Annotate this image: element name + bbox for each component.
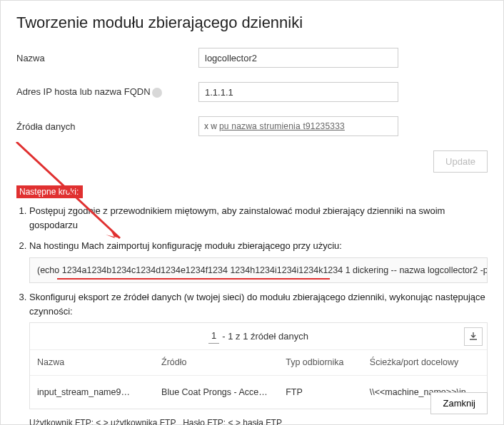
table-row[interactable]: input_stream_name9… Blue Coat Prongs - A… (30, 375, 487, 409)
ftp-pass: Hasło FTP: < > hasła FTP (183, 418, 282, 425)
row-name: Nazwa (16, 48, 488, 68)
close-button[interactable]: Zamknij (430, 392, 488, 414)
col-name: Nazwa (30, 350, 154, 375)
cell-source: Blue Coat Prongs - Access l… (154, 375, 278, 409)
annotation-underline (57, 278, 330, 280)
host-label-text: Adres IP hosta lub nazwa FQDN (16, 86, 151, 97)
table-pager: 1 - 1 z 1 źródeł danych (30, 323, 487, 350)
download-icon (469, 332, 478, 341)
steps-list: Postępuj zgodnie z przewodnikiem miętowy… (16, 204, 488, 425)
tag-remove-icon[interactable]: x w (202, 121, 219, 131)
sources-table-wrap: 1 - 1 z 1 źródeł danych Nazwa Źródło Typ… (29, 322, 488, 409)
dialog-footer: Zamknij (430, 392, 488, 414)
pager-page[interactable]: 1 (208, 329, 219, 344)
cell-name: input_stream_name9… (30, 375, 154, 409)
step-1: Postępuj zgodnie z przewodnikiem miętowy… (29, 204, 488, 232)
step-2-text: Na hostingu Mach zaimportuj konfigurację… (29, 240, 342, 251)
name-input[interactable] (198, 48, 398, 68)
command-text: (echo 1234a1234b1234c1234d1234e1234f1234… (37, 265, 488, 275)
name-label: Nazwa (16, 53, 198, 63)
col-receiver: Typ odbiornika (278, 350, 363, 375)
info-icon[interactable] (152, 88, 162, 98)
download-button[interactable] (464, 327, 483, 346)
cell-receiver: FTP (278, 375, 363, 409)
ftp-user: Użytkownik FTP: < > użytkownika FTP (29, 418, 176, 425)
page-title: Tworzenie modułu zbierającego dzienniki (16, 14, 488, 32)
ftp-credentials: Użytkownik FTP: < > użytkownika FTP Hasł… (29, 409, 488, 425)
update-row: Update (16, 150, 488, 173)
host-label: Adres IP hosta lub nazwa FQDN (16, 86, 198, 98)
dialog: Tworzenie modułu zbierającego dzienniki … (0, 0, 504, 425)
update-button[interactable]: Update (433, 150, 488, 173)
step-3: Skonfiguruj eksport ze źródeł danych (w … (29, 290, 488, 425)
col-source: Źródło (154, 350, 278, 375)
tag-text: pu nazwa strumienia t91235333 (219, 121, 345, 131)
sources-label: Źródła danych (16, 121, 198, 132)
host-input[interactable] (198, 82, 398, 102)
sources-input[interactable]: x w pu nazwa strumienia t91235333 (198, 116, 398, 136)
step-2: Na hostingu Mach zaimportuj konfigurację… (29, 239, 488, 283)
row-sources: Źródła danych x w pu nazwa strumienia t9… (16, 116, 488, 136)
pager-text: - 1 z 1 źródeł danych (222, 329, 308, 344)
step-3-text: Skonfiguruj eksport ze źródeł danych (w … (29, 292, 485, 317)
row-host: Adres IP hosta lub nazwa FQDN (16, 82, 488, 102)
sources-table: Nazwa Źródło Typ odbiornika Ścieżka/port… (30, 350, 487, 409)
command-box[interactable]: (echo 1234a1234b1234c1234d1234e1234f1234… (29, 257, 488, 284)
table-header-row: Nazwa Źródło Typ odbiornika Ścieżka/port… (30, 350, 487, 375)
next-steps-label: Następne kroki: (16, 185, 83, 198)
col-path: Ścieżka/port docelowy (363, 350, 487, 375)
